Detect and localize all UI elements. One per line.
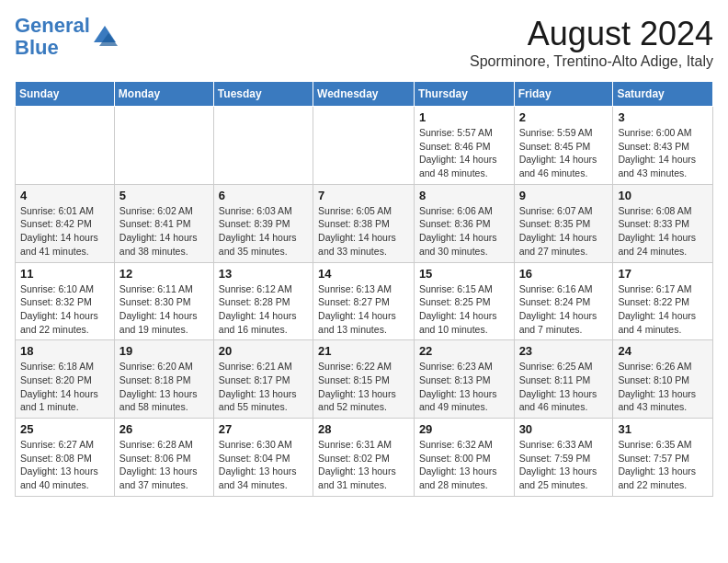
- day-info: Sunrise: 6:15 AMSunset: 8:25 PMDaylight:…: [419, 282, 509, 337]
- day-info: Sunrise: 6:26 AMSunset: 8:10 PMDaylight:…: [618, 360, 708, 414]
- day-cell: 6Sunrise: 6:03 AMSunset: 8:39 PMDaylight…: [213, 184, 313, 262]
- weekday-header-saturday: Saturday: [613, 82, 713, 107]
- day-cell: 10Sunrise: 6:08 AMSunset: 8:33 PMDayligh…: [613, 184, 713, 262]
- day-info: Sunrise: 6:07 AMSunset: 8:35 PMDaylight:…: [519, 204, 609, 259]
- week-row-5: 25Sunrise: 6:27 AMSunset: 8:08 PMDayligh…: [16, 419, 713, 497]
- logo-icon: [92, 24, 118, 50]
- day-info: Sunrise: 6:00 AMSunset: 8:43 PMDaylight:…: [618, 126, 708, 180]
- weekday-header-sunday: Sunday: [16, 82, 115, 107]
- title-area: August 2024 Sporminore, Trentino-Alto Ad…: [470, 15, 713, 70]
- day-info: Sunrise: 6:25 AMSunset: 8:11 PMDaylight:…: [519, 360, 609, 414]
- day-number: 3: [618, 110, 708, 124]
- day-info: Sunrise: 6:31 AMSunset: 8:02 PMDaylight:…: [318, 438, 409, 492]
- day-number: 14: [318, 267, 409, 281]
- day-info: Sunrise: 5:57 AMSunset: 8:46 PMDaylight:…: [419, 126, 509, 180]
- day-cell: [213, 107, 313, 185]
- logo: GeneralBlue: [15, 15, 118, 59]
- day-info: Sunrise: 6:05 AMSunset: 8:38 PMDaylight:…: [318, 204, 409, 259]
- weekday-header-tuesday: Tuesday: [213, 82, 313, 107]
- day-info: Sunrise: 6:03 AMSunset: 8:39 PMDaylight:…: [219, 204, 308, 259]
- day-cell: 5Sunrise: 6:02 AMSunset: 8:41 PMDaylight…: [114, 184, 213, 262]
- week-row-1: 1Sunrise: 5:57 AMSunset: 8:46 PMDaylight…: [16, 107, 713, 185]
- week-row-3: 11Sunrise: 6:10 AMSunset: 8:32 PMDayligh…: [16, 262, 713, 340]
- day-number: 17: [618, 267, 708, 281]
- day-cell: 4Sunrise: 6:01 AMSunset: 8:42 PMDaylight…: [16, 184, 115, 262]
- weekday-header-thursday: Thursday: [414, 82, 514, 107]
- day-cell: [313, 107, 415, 185]
- day-cell: 1Sunrise: 5:57 AMSunset: 8:46 PMDaylight…: [414, 107, 514, 185]
- day-cell: 17Sunrise: 6:17 AMSunset: 8:22 PMDayligh…: [613, 262, 713, 340]
- day-cell: 8Sunrise: 6:06 AMSunset: 8:36 PMDaylight…: [414, 184, 514, 262]
- day-info: Sunrise: 6:32 AMSunset: 8:00 PMDaylight:…: [419, 438, 509, 492]
- day-number: 9: [519, 189, 609, 202]
- day-info: Sunrise: 6:35 AMSunset: 7:57 PMDaylight:…: [618, 438, 708, 492]
- day-number: 31: [618, 422, 708, 436]
- day-number: 23: [519, 344, 609, 358]
- day-info: Sunrise: 6:12 AMSunset: 8:28 PMDaylight:…: [219, 282, 308, 337]
- day-cell: 20Sunrise: 6:21 AMSunset: 8:17 PMDayligh…: [213, 340, 313, 419]
- day-number: 7: [318, 189, 409, 202]
- day-cell: 14Sunrise: 6:13 AMSunset: 8:27 PMDayligh…: [313, 262, 415, 340]
- day-info: Sunrise: 6:16 AMSunset: 8:24 PMDaylight:…: [519, 282, 609, 337]
- day-info: Sunrise: 6:13 AMSunset: 8:27 PMDaylight:…: [318, 282, 409, 337]
- logo-text: GeneralBlue: [15, 15, 90, 59]
- weekday-header-wednesday: Wednesday: [313, 82, 415, 107]
- month-year-title: August 2024: [470, 15, 713, 53]
- day-number: 29: [419, 422, 509, 436]
- week-row-4: 18Sunrise: 6:18 AMSunset: 8:20 PMDayligh…: [16, 340, 713, 419]
- day-number: 4: [20, 189, 109, 202]
- day-info: Sunrise: 6:28 AMSunset: 8:06 PMDaylight:…: [119, 438, 209, 492]
- day-cell: 27Sunrise: 6:30 AMSunset: 8:04 PMDayligh…: [213, 419, 313, 497]
- day-cell: 31Sunrise: 6:35 AMSunset: 7:57 PMDayligh…: [613, 419, 713, 497]
- day-number: 28: [318, 422, 409, 436]
- day-info: Sunrise: 6:10 AMSunset: 8:32 PMDaylight:…: [20, 282, 109, 337]
- day-cell: 19Sunrise: 6:20 AMSunset: 8:18 PMDayligh…: [114, 340, 213, 419]
- weekday-header-row: SundayMondayTuesdayWednesdayThursdayFrid…: [16, 82, 713, 107]
- day-number: 16: [519, 267, 609, 281]
- day-number: 13: [219, 267, 308, 281]
- day-cell: 28Sunrise: 6:31 AMSunset: 8:02 PMDayligh…: [313, 419, 415, 497]
- weekday-header-friday: Friday: [514, 82, 613, 107]
- day-info: Sunrise: 6:01 AMSunset: 8:42 PMDaylight:…: [20, 204, 109, 259]
- day-cell: 24Sunrise: 6:26 AMSunset: 8:10 PMDayligh…: [613, 340, 713, 419]
- day-info: Sunrise: 6:30 AMSunset: 8:04 PMDaylight:…: [219, 438, 308, 492]
- day-info: Sunrise: 6:22 AMSunset: 8:15 PMDaylight:…: [318, 360, 409, 414]
- day-info: Sunrise: 6:02 AMSunset: 8:41 PMDaylight:…: [119, 204, 209, 259]
- day-cell: 7Sunrise: 6:05 AMSunset: 8:38 PMDaylight…: [313, 184, 415, 262]
- day-cell: 30Sunrise: 6:33 AMSunset: 7:59 PMDayligh…: [514, 419, 613, 497]
- day-number: 12: [119, 267, 209, 281]
- day-number: 24: [618, 344, 708, 358]
- day-number: 27: [219, 422, 308, 436]
- calendar-table: SundayMondayTuesdayWednesdayThursdayFrid…: [15, 81, 713, 497]
- location-subtitle: Sporminore, Trentino-Alto Adige, Italy: [470, 53, 713, 70]
- day-number: 8: [419, 189, 509, 202]
- weekday-header-monday: Monday: [114, 82, 213, 107]
- day-info: Sunrise: 6:11 AMSunset: 8:30 PMDaylight:…: [119, 282, 209, 337]
- day-number: 26: [119, 422, 209, 436]
- day-cell: 25Sunrise: 6:27 AMSunset: 8:08 PMDayligh…: [16, 419, 115, 497]
- day-cell: 2Sunrise: 5:59 AMSunset: 8:45 PMDaylight…: [514, 107, 613, 185]
- day-cell: 23Sunrise: 6:25 AMSunset: 8:11 PMDayligh…: [514, 340, 613, 419]
- day-info: Sunrise: 6:17 AMSunset: 8:22 PMDaylight:…: [618, 282, 708, 337]
- day-number: 10: [618, 189, 708, 202]
- day-cell: 26Sunrise: 6:28 AMSunset: 8:06 PMDayligh…: [114, 419, 213, 497]
- day-info: Sunrise: 6:33 AMSunset: 7:59 PMDaylight:…: [519, 438, 609, 492]
- header: GeneralBlue August 2024 Sporminore, Tren…: [15, 15, 713, 70]
- day-info: Sunrise: 6:20 AMSunset: 8:18 PMDaylight:…: [119, 360, 209, 414]
- day-cell: [16, 107, 115, 185]
- day-info: Sunrise: 6:27 AMSunset: 8:08 PMDaylight:…: [20, 438, 109, 492]
- day-number: 30: [519, 422, 609, 436]
- day-number: 25: [20, 422, 109, 436]
- day-cell: 9Sunrise: 6:07 AMSunset: 8:35 PMDaylight…: [514, 184, 613, 262]
- day-cell: 16Sunrise: 6:16 AMSunset: 8:24 PMDayligh…: [514, 262, 613, 340]
- day-cell: 22Sunrise: 6:23 AMSunset: 8:13 PMDayligh…: [414, 340, 514, 419]
- day-info: Sunrise: 6:21 AMSunset: 8:17 PMDaylight:…: [219, 360, 308, 414]
- day-cell: 11Sunrise: 6:10 AMSunset: 8:32 PMDayligh…: [16, 262, 115, 340]
- day-number: 15: [419, 267, 509, 281]
- day-cell: 21Sunrise: 6:22 AMSunset: 8:15 PMDayligh…: [313, 340, 415, 419]
- day-cell: 12Sunrise: 6:11 AMSunset: 8:30 PMDayligh…: [114, 262, 213, 340]
- day-number: 11: [20, 267, 109, 281]
- day-cell: 15Sunrise: 6:15 AMSunset: 8:25 PMDayligh…: [414, 262, 514, 340]
- day-info: Sunrise: 6:23 AMSunset: 8:13 PMDaylight:…: [419, 360, 509, 414]
- day-cell: 18Sunrise: 6:18 AMSunset: 8:20 PMDayligh…: [16, 340, 115, 419]
